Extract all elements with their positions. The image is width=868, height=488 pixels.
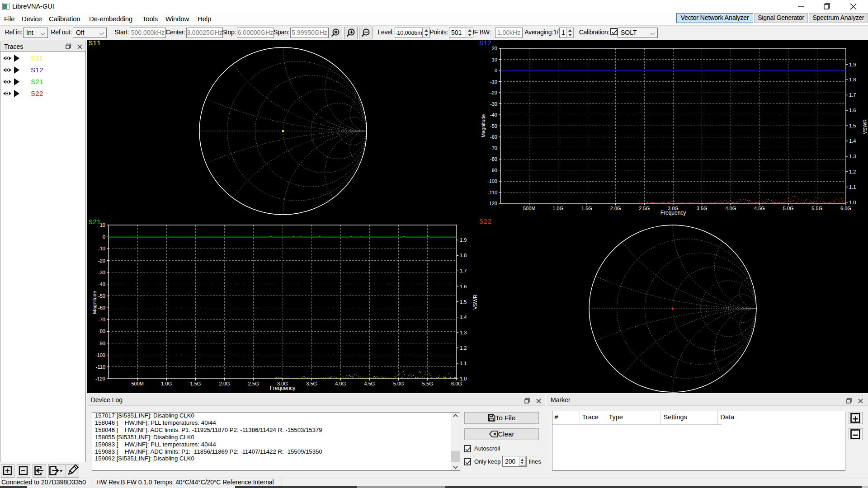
svg-text:-120: -120	[95, 376, 105, 381]
svg-text:-90: -90	[490, 168, 497, 173]
svg-text:-40: -40	[98, 282, 105, 287]
svg-text:1.0: 1.0	[460, 376, 467, 381]
svg-text:-50: -50	[490, 123, 497, 129]
svg-text:-110: -110	[488, 190, 497, 195]
svg-text:-30: -30	[98, 270, 105, 275]
svg-text:-60: -60	[490, 134, 497, 140]
svg-text:500M: 500M	[523, 206, 536, 211]
svg-text:3.5G: 3.5G	[306, 381, 317, 386]
svg-text:5.5G: 5.5G	[422, 381, 433, 386]
svg-text:Frequency: Frequency	[660, 210, 686, 216]
svg-text:4.5G: 4.5G	[754, 206, 765, 211]
svg-text:5.0G: 5.0G	[393, 381, 404, 386]
svg-text:-60: -60	[98, 305, 105, 310]
svg-text:-120: -120	[487, 201, 497, 206]
svg-text:500M: 500M	[131, 381, 144, 386]
svg-text:-20: -20	[98, 258, 105, 263]
svg-text:1.0G: 1.0G	[552, 206, 563, 211]
svg-text:-100: -100	[95, 352, 105, 358]
svg-text:-40: -40	[490, 112, 497, 117]
svg-text:2.5G: 2.5G	[639, 206, 650, 211]
svg-text:1.3: 1.3	[460, 330, 467, 335]
svg-text:1.5G: 1.5G	[581, 206, 592, 211]
svg-text:-20: -20	[490, 90, 497, 95]
svg-text:6.0G: 6.0G	[840, 206, 851, 211]
svg-text:2.5G: 2.5G	[248, 381, 259, 386]
svg-text:1.2: 1.2	[849, 169, 856, 174]
svg-text:1.7: 1.7	[849, 92, 856, 98]
svg-text:1.9: 1.9	[460, 237, 467, 243]
svg-text:-50: -50	[98, 293, 105, 299]
svg-text:1.3: 1.3	[849, 154, 856, 159]
svg-text:4.5G: 4.5G	[364, 381, 375, 386]
svg-text:-80: -80	[98, 328, 105, 334]
svg-text:1.8: 1.8	[849, 77, 856, 82]
svg-text:1.5: 1.5	[460, 299, 467, 305]
svg-text:5.5G: 5.5G	[811, 206, 822, 211]
svg-text:-80: -80	[490, 156, 497, 162]
svg-text:2.0G: 2.0G	[219, 381, 230, 386]
svg-text:0: 0	[103, 234, 105, 239]
svg-text:-70: -70	[490, 145, 497, 151]
svg-text:3.5G: 3.5G	[697, 206, 708, 211]
svg-text:1.8: 1.8	[460, 253, 467, 258]
svg-text:-100: -100	[487, 178, 497, 184]
svg-text:5.0G: 5.0G	[783, 206, 794, 211]
svg-text:20: 20	[492, 46, 497, 51]
svg-text:1.6: 1.6	[849, 108, 856, 113]
svg-text:1.6: 1.6	[460, 284, 467, 289]
svg-text:0: 0	[495, 68, 497, 73]
svg-text:1.1: 1.1	[849, 184, 856, 190]
svg-text:6.0G: 6.0G	[451, 381, 462, 386]
svg-text:-10: -10	[98, 246, 105, 251]
svg-text:1.9: 1.9	[849, 62, 856, 67]
svg-text:1.4: 1.4	[460, 314, 467, 320]
svg-text:1.1: 1.1	[460, 361, 467, 366]
svg-text:1.4: 1.4	[849, 138, 856, 144]
svg-text:4.0G: 4.0G	[725, 206, 736, 211]
svg-text:-30: -30	[490, 101, 497, 107]
svg-text:-110: -110	[96, 364, 105, 370]
svg-text:-70: -70	[98, 317, 105, 322]
svg-text:4.0G: 4.0G	[335, 381, 346, 386]
svg-text:1.5G: 1.5G	[190, 381, 201, 386]
svg-text:-10: -10	[490, 79, 497, 84]
svg-text:1.0: 1.0	[849, 200, 856, 205]
svg-text:1.2: 1.2	[460, 345, 467, 351]
svg-text:-90: -90	[98, 341, 105, 346]
svg-text:1.7: 1.7	[460, 268, 467, 273]
svg-text:2.0G: 2.0G	[610, 206, 621, 211]
svg-text:1.0G: 1.0G	[161, 381, 172, 386]
svg-text:10: 10	[492, 57, 497, 62]
svg-text:Frequency: Frequency	[270, 385, 296, 391]
svg-text:1.5: 1.5	[849, 123, 856, 128]
